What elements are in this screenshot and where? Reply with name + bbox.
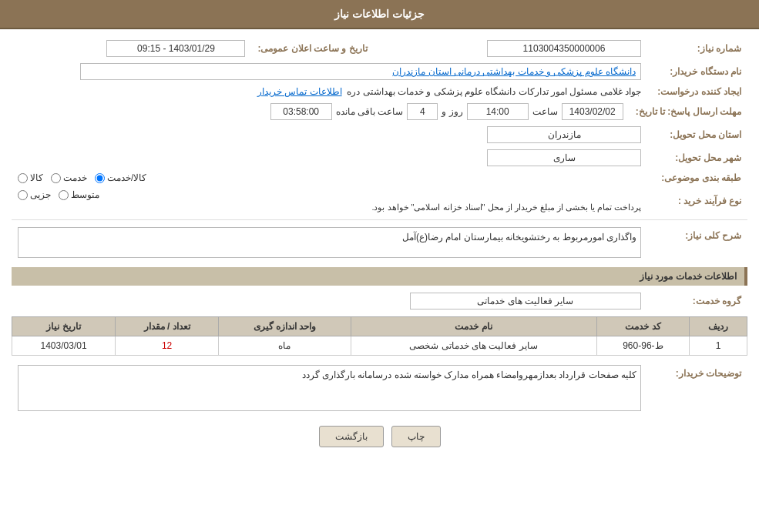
back-button[interactable]: بازگشت [319,426,384,447]
deadline-time-label: ساعت [532,106,558,117]
buyer-notes-box: کلیه صفحات قرارداد بعدازمهروامضاء همراه … [18,365,641,411]
process-value: جزیی متوسط پرداخت تمام یا بخشی از مبلغ خ… [12,186,647,216]
table-header-unit: واحد اندازه گیری [219,317,351,336]
province-value: مازندران [12,123,647,146]
creator-label: ایجاد کننده درخواست: [647,83,747,100]
need-number-label: شماره نیاز: [647,37,747,60]
process-motavaset-label: متوسط [71,189,99,200]
footer-buttons: چاپ بازگشت [12,414,747,459]
city-label: شهر محل تحویل: [647,146,747,169]
services-section-title: اطلاعات خدمات مورد نیاز [12,267,747,286]
row3-table: ایجاد کننده درخواست: جواد غلامی مسئول ام… [12,83,747,100]
buyer-notes-label: توضیحات خریدار: [647,362,747,414]
table-header-qty: تعداد / مقدار [116,317,219,336]
row2-table: نام دستگاه خریدار: دانشگاه علوم پزشکی و … [12,60,747,83]
service-group-table: گروه خدمت: سایر فعالیت های خدماتی [12,289,747,313]
category-kala-radio[interactable] [18,173,28,183]
main-content: شماره نیاز: 1103004350000006 تاریخ و ساع… [0,29,759,467]
service-group-value: سایر فعالیت های خدماتی [12,289,647,313]
category-kala-khedmat-label: کالا/خدمت [107,172,146,183]
table-row: 1 ط-96-960 سایر فعالیت های خدماتی شخصی م… [12,336,747,356]
buyer-notes-value: کلیه صفحات قرارداد بعدازمهروامضاء همراه … [12,362,647,414]
page-header: جزئیات اطلاعات نیاز [0,0,759,29]
category-value: کالا خدمت کالا/خدمت [12,169,647,186]
table-header-row: ردیف [690,317,747,336]
deadline-days-label: روز و [442,106,462,117]
process-motavaset-radio[interactable] [59,190,69,200]
service-group-label: گروه خدمت: [647,289,747,313]
services-data-table: ردیف کد خدمت نام خدمت واحد اندازه گیری ت… [12,316,747,356]
row-name: سایر فعالیت های خدماتی شخصی [351,336,596,356]
row-unit: ماه [219,336,351,356]
announce-value: 1403/01/29 - 09:15 [12,37,251,60]
process-option-motavaset: متوسط [59,189,99,200]
process-option-jozi: جزیی [18,189,51,200]
process-jozi-radio[interactable] [18,190,28,200]
row-number: 1 [690,336,747,356]
announce-box: 1403/01/29 - 09:15 [106,40,245,57]
announce-label: تاریخ و ساعت اعلان عمومی: [251,37,382,60]
table-header-date: تاریخ نیاز [12,317,116,336]
process-note: پرداخت تمام یا بخشی از مبلغ خریدار از مح… [18,202,641,212]
description-value: واگذاری امورمربوط به رختشویخانه بیمارستا… [12,224,647,261]
category-option-kala: کالا [18,172,43,183]
deadline-time-box: 14:00 [467,103,529,120]
category-khedmat-radio[interactable] [51,173,61,183]
row8-table: نوع فرآیند خرید : جزیی متوسط پرداخت تمام… [12,186,747,216]
city-box: ساری [487,149,641,166]
organization-box: دانشگاه علوم پزشکی و خدمات بهداشتی درمان… [80,63,641,80]
deadline-hours-label: ساعت باقی مانده [336,106,404,117]
table-header-name: نام خدمت [351,317,596,336]
organization-value: دانشگاه علوم پزشکی و خدمات بهداشتی درمان… [12,60,647,83]
description-table: شرح کلی نیاز: واگذاری امورمربوط به رختشو… [12,224,747,261]
category-option-khedmat: خدمت [51,172,87,183]
row-qty: 12 [116,336,219,356]
deadline-value: 1403/02/02 ساعت 14:00 روز و 4 ساعت باقی … [12,100,630,123]
category-option-kala-khedmat: کالا/خدمت [95,172,146,183]
deadline-date-box: 1403/02/02 [562,103,623,120]
row6-table: شهر محل تحویل: ساری [12,146,747,169]
row-date: 1403/03/01 [12,336,116,356]
divider1 [12,219,747,220]
deadline-remaining-box: 03:58:00 [270,103,332,120]
notes-table: توضیحات خریدار: کلیه صفحات قرارداد بعداز… [12,362,747,414]
description-label: شرح کلی نیاز: [647,224,747,261]
row5-table: استان محل تحویل: مازندران [12,123,747,146]
service-group-box: سایر فعالیت های خدماتی [410,293,641,309]
process-label: نوع فرآیند خرید : [647,186,747,216]
organization-label: نام دستگاه خریدار: [647,60,747,83]
description-box: واگذاری امورمربوط به رختشویخانه بیمارستا… [18,227,641,258]
creator-link[interactable]: اطلاعات تماس خریدار [257,86,342,97]
deadline-label: مهلت ارسال پاسخ: تا تاریخ: [630,100,747,123]
category-kala-label: کالا [30,172,43,183]
row4-table: مهلت ارسال پاسخ: تا تاریخ: 1403/02/02 سا… [12,100,747,123]
need-number-value: 1103004350000006 [383,37,647,60]
row1-table: شماره نیاز: 1103004350000006 تاریخ و ساع… [12,37,747,60]
row-code: ط-96-960 [596,336,690,356]
print-button[interactable]: چاپ [391,426,441,447]
page-wrapper: جزئیات اطلاعات نیاز شماره نیاز: 11030043… [0,0,759,532]
deadline-days-box: 4 [407,103,438,120]
category-label: طبقه بندی موضوعی: [647,169,747,186]
row7-table: طبقه بندی موضوعی: کالا خدمت کالا/خدمت [12,169,747,186]
process-jozi-label: جزیی [30,189,51,200]
creator-value: جواد غلامی مسئول امور تدارکات دانشگاه عل… [12,83,647,100]
province-label: استان محل تحویل: [647,123,747,146]
table-header-code: کد خدمت [596,317,690,336]
header-title: جزئیات اطلاعات نیاز [334,8,425,20]
category-khedmat-label: خدمت [63,172,87,183]
need-number-box: 1103004350000006 [487,40,641,57]
province-box: مازندران [487,126,641,143]
creator-text: جواد غلامی مسئول امور تدارکات دانشگاه عل… [347,86,641,97]
category-kala-khedmat-radio[interactable] [95,173,105,183]
city-value: ساری [12,146,647,169]
